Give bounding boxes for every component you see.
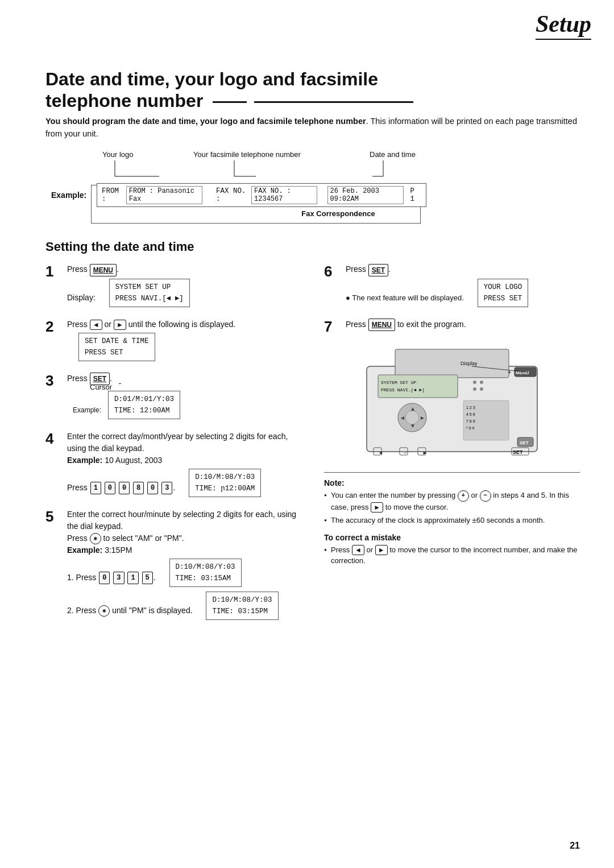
key-0a: 0 — [105, 482, 115, 494]
from-value: FROM : Panasonic Fax — [126, 186, 202, 204]
page-value: P 1 — [410, 187, 421, 203]
section-title: Date and time, your logo and facsimile t… — [45, 68, 580, 112]
svg-text:1  2  3: 1 2 3 — [466, 406, 475, 410]
svg-rect-7 — [395, 349, 509, 378]
fax-no-value: FAX NO. : 1234567 — [251, 186, 317, 204]
note-item-2: The accuracy of the clock is approximate… — [324, 515, 580, 526]
note-item-1: You can enter the number by pressing + o… — [324, 490, 580, 512]
correct-section: To correct a mistake Press ◄ or ► to mov… — [324, 533, 580, 567]
step-5-content: Enter the correct hour/minute by selecti… — [67, 509, 301, 622]
svg-text:▼: ▼ — [410, 423, 416, 429]
step-7-content: Press MENU to exit the program. — [346, 319, 580, 331]
section-title-block: Date and time, your logo and facsimile t… — [45, 68, 580, 112]
minus-key-note: − — [480, 490, 491, 502]
fax-header-box: FROM : FROM : Panasonic Fax FAX NO. : FA… — [97, 183, 426, 207]
page-number: 21 — [570, 841, 580, 851]
display-box-4: D:10/M:08/Y:03 TIME: ր12:00AM — [189, 469, 261, 497]
step-6: 6 Press SET. ● The next feature will be … — [324, 263, 580, 309]
correct-title: To correct a mistake — [324, 533, 580, 542]
key-3b: 3 — [113, 572, 124, 584]
right-column: 6 Press SET. ● The next feature will be … — [324, 263, 580, 631]
intro-text: You should program the date and time, yo… — [45, 115, 580, 140]
display-box-6: YOUR LOGO PRESS SET — [478, 279, 529, 307]
key-1: 1 — [90, 482, 101, 494]
arrow-left-correct: ◄ — [352, 545, 364, 555]
fax-no-label: FAX NO. : — [216, 187, 249, 203]
key-0b: 0 — [119, 482, 130, 494]
fax-correspondence: Fax Correspondence — [51, 209, 580, 218]
arrow-key-note: ► — [371, 502, 383, 512]
key-3: 3 — [161, 482, 172, 494]
example-label-5: Example: — [67, 545, 102, 555]
step-4: 4 Enter the correct day/month/year by se… — [45, 431, 301, 499]
display-box-3: D:01/M:01/Y:03 TIME: 12:00AM — [108, 391, 180, 419]
key-0d: 0 — [99, 572, 110, 584]
note-section: Note: You can enter the number by pressi… — [324, 472, 580, 526]
arrow-left-key-2: ◄ — [90, 320, 102, 330]
svg-text:7  8  9: 7 8 9 — [466, 419, 475, 423]
connector-lines — [91, 150, 466, 182]
from-label: FROM : — [102, 187, 124, 203]
step-3: 3 Press SET. Cursor Example: D:01/M:01/Y… — [45, 373, 301, 421]
star-key-2: ✱ — [98, 605, 110, 617]
subsection-title: Setting the date and time — [45, 239, 580, 254]
svg-text:4  5  6: 4 5 6 — [466, 412, 475, 416]
arrow-right-correct: ► — [375, 545, 388, 555]
step-2: 2 Press ◄ or ► until the following is di… — [45, 319, 301, 363]
key-0c: 0 — [147, 482, 158, 494]
svg-text:Display: Display — [460, 361, 478, 366]
display-box-5b: D:10/M:08/Y:03 TIME: 03:15PM — [206, 592, 278, 620]
svg-text:PRESS NAVI.[◄ ►]: PRESS NAVI.[◄ ►] — [381, 387, 425, 392]
page-header: Setup — [536, 10, 591, 40]
two-column-layout: 1 Press MENU. Display: SYSTEM SET UP PRE… — [45, 263, 580, 631]
svg-point-12 — [480, 381, 483, 384]
display-box-2: SET DATE & TIME PRESS SET — [78, 333, 155, 361]
display-box-1: SYSTEM SET UP PRESS NAVI.[◄ ►] — [109, 279, 190, 307]
svg-text:►: ► — [420, 415, 425, 421]
svg-text:*  0  #: * 0 # — [466, 426, 475, 430]
header-title: Setup — [536, 10, 591, 38]
svg-point-13 — [473, 387, 476, 391]
svg-rect-8 — [378, 375, 458, 398]
key-5: 5 — [142, 572, 153, 584]
key-8: 8 — [133, 482, 144, 494]
svg-text:SET: SET — [520, 440, 529, 445]
fax-machine-svg: SYSTEM SET UP PRESS NAVI.[◄ ►] 1 2 3 4 5… — [361, 344, 543, 463]
step-2-content: Press ◄ or ► until the following is disp… — [67, 319, 301, 363]
svg-point-14 — [480, 387, 483, 391]
set-key-6: SET — [368, 264, 388, 276]
key-1b: 1 — [127, 572, 138, 584]
fax-machine-diagram: SYSTEM SET UP PRESS NAVI.[◄ ►] 1 2 3 4 5… — [324, 344, 580, 463]
svg-text:▲: ▲ — [410, 406, 416, 412]
svg-text:SET: SET — [513, 449, 523, 455]
step-3-content: Press SET. Cursor Example: D:01/M:01/Y:0… — [67, 373, 301, 421]
display-box-5a: D:10/M:08/Y:03 TIME: 03:15AM — [169, 559, 242, 587]
svg-point-11 — [473, 381, 476, 384]
date-value: 26 Feb. 2003 09:02AM — [327, 186, 404, 204]
svg-text:SYSTEM SET UP: SYSTEM SET UP — [381, 380, 417, 385]
plus-key-note: + — [458, 490, 469, 502]
bullet-6: ● The next feature will be displayed. — [346, 294, 464, 302]
svg-text:◄: ◄ — [400, 415, 405, 421]
left-column: 1 Press MENU. Display: SYSTEM SET UP PRE… — [45, 263, 301, 631]
step-4-content: Enter the correct day/month/year by sele… — [67, 431, 301, 499]
svg-text:+: + — [508, 369, 511, 375]
step-6-content: Press SET. ● The next feature will be di… — [346, 263, 580, 309]
example-label-3: Example: — [73, 406, 101, 414]
correct-text: Press ◄ or ► to move the cursor to the i… — [324, 544, 580, 567]
arrow-right-key-2: ► — [114, 320, 126, 330]
example-area: Your logo Your facsimile telephone numbe… — [45, 150, 580, 224]
step-5: 5 Enter the correct hour/minute by selec… — [45, 509, 301, 622]
menu-key-1: MENU — [90, 264, 117, 276]
header-line — [536, 39, 591, 40]
step-1: 1 Press MENU. Display: SYSTEM SET UP PRE… — [45, 263, 301, 309]
example-row: Example: FROM : FROM : Panasonic Fax FAX… — [51, 183, 580, 207]
step-7: 7 Press MENU to exit the program. — [324, 319, 580, 335]
example-label-4: Example: — [67, 456, 102, 465]
step-1-content: Press MENU. Display: SYSTEM SET UP PRESS… — [67, 263, 301, 309]
note-title: Note: — [324, 478, 580, 487]
menu-key-7: MENU — [368, 319, 395, 331]
cursor-indicator — [119, 383, 121, 384]
star-key: ✱ — [90, 533, 101, 544]
